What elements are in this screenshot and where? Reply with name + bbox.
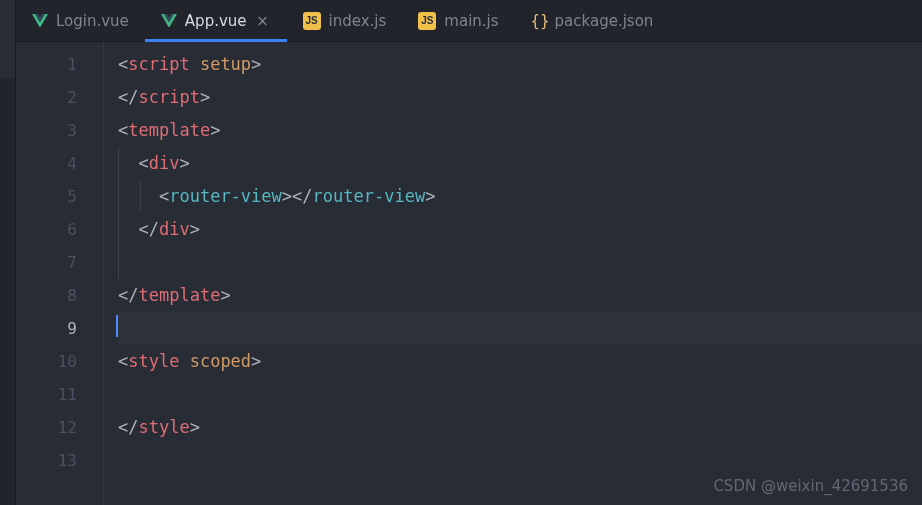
code-editor[interactable]: 1 2 3 4 5 6 7 8 9 10 11 12 13 <script se… (16, 42, 922, 505)
line-number: 4 (16, 147, 77, 180)
line-number: 7 (16, 246, 77, 279)
tab-bar: Login.vue App.vue × JS index.js JS main.… (16, 0, 922, 42)
line-number: 12 (16, 411, 77, 444)
tab-label: Login.vue (56, 12, 129, 30)
tab-package-json[interactable]: {} package.json (515, 0, 670, 41)
editor-main: Login.vue App.vue × JS index.js JS main.… (16, 0, 922, 505)
line-number: 1 (16, 48, 77, 81)
left-gutter-strip (0, 0, 16, 505)
line-number: 11 (16, 378, 77, 411)
code-line (118, 444, 922, 477)
code-line: <style scoped> (118, 345, 922, 378)
tab-login-vue[interactable]: Login.vue (16, 0, 145, 41)
code-line: </script> (118, 81, 922, 114)
vue-icon (32, 14, 48, 28)
code-area[interactable]: <script setup> </script> <template> <div… (104, 42, 922, 505)
editor-window: Login.vue App.vue × JS index.js JS main.… (0, 0, 922, 505)
tab-app-vue[interactable]: App.vue × (145, 0, 287, 41)
line-number-gutter: 1 2 3 4 5 6 7 8 9 10 11 12 13 (16, 42, 104, 505)
tab-label: App.vue (185, 12, 247, 30)
code-line (118, 378, 922, 411)
line-number: 6 (16, 213, 77, 246)
json-icon: {} (531, 12, 547, 30)
line-number: 9 (16, 312, 77, 345)
code-line: </template> (118, 279, 922, 312)
code-line: <div> (118, 147, 922, 180)
line-number: 3 (16, 114, 77, 147)
tab-main-js[interactable]: JS main.js (402, 0, 514, 41)
code-line: <template> (118, 114, 922, 147)
line-number: 10 (16, 345, 77, 378)
tab-label: main.js (444, 12, 498, 30)
code-line: <router-view></router-view> (118, 180, 922, 213)
line-number: 13 (16, 444, 77, 477)
js-icon: JS (418, 12, 436, 30)
watermark-text: CSDN @weixin_42691536 (713, 477, 908, 495)
code-line: <script setup> (118, 48, 922, 81)
line-number: 8 (16, 279, 77, 312)
js-icon: JS (303, 12, 321, 30)
line-number: 2 (16, 81, 77, 114)
code-line-current (118, 312, 922, 345)
code-line: </style> (118, 411, 922, 444)
tab-label: package.json (555, 12, 654, 30)
line-number: 5 (16, 180, 77, 213)
code-line: </div> (118, 213, 922, 246)
text-cursor (116, 315, 118, 337)
code-line (118, 246, 922, 279)
vue-icon (161, 14, 177, 28)
tab-index-js[interactable]: JS index.js (287, 0, 403, 41)
tab-label: index.js (329, 12, 387, 30)
close-icon[interactable]: × (255, 12, 271, 30)
